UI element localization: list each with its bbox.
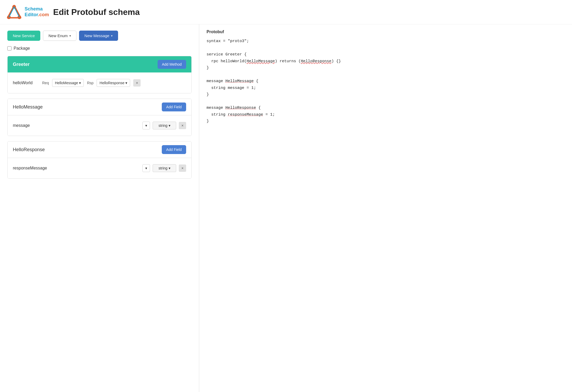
package-label: Package: [14, 46, 30, 51]
toolbar: New Service New Enum ▾ New Message ▾: [7, 31, 192, 41]
req-label: Req: [42, 81, 49, 85]
proto-helloresponse-def: HelloResponse: [225, 106, 256, 110]
service-block: Greeter Add Method helloWorld Req HelloM…: [7, 56, 192, 93]
logo-com: .com: [38, 12, 49, 17]
proto-responsemessage-def: responseMessage: [228, 112, 263, 117]
service-body: helloWorld Req HelloMessage ▾ Rsp HelloR…: [8, 72, 191, 93]
field-type-select-responsemessage[interactable]: string ▾: [153, 164, 176, 172]
service-name: Greeter: [13, 62, 30, 67]
package-row: Package: [7, 46, 192, 51]
right-panel: Protobuf syntax = "proto3"; service Gree…: [199, 24, 572, 392]
message-block-helloresponse: HelloResponse Add Field responseMessage …: [7, 141, 192, 179]
new-service-button[interactable]: New Service: [7, 31, 40, 41]
new-message-dropdown-icon: ▾: [111, 34, 113, 38]
proto-helloresponse-ref1: HelloResponse: [301, 59, 331, 64]
field-row-responsemessage: responseMessage ▾ string ▾ ×: [13, 162, 186, 174]
message-header-hellomessage: HelloMessage Add Field: [8, 99, 191, 115]
message-header-helloresponse: HelloResponse Add Field: [8, 141, 191, 158]
svg-line-5: [14, 7, 19, 17]
field-modifier-select-responsemessage[interactable]: ▾: [142, 164, 150, 172]
add-field-button-hellomessage[interactable]: Add Field: [162, 103, 186, 111]
header: Schema Editor.com Edit Protobuf schema: [0, 0, 572, 24]
logo-icon: [6, 4, 22, 20]
message-block-hellomessage: HelloMessage Add Field message ▾ string …: [7, 99, 192, 136]
field-row-message: message ▾ string ▾ ×: [13, 120, 186, 132]
page-title: Edit Protobuf schema: [53, 7, 140, 17]
close-icon: ×: [181, 123, 184, 128]
main-layout: New Service New Enum ▾ New Message ▾ Pac…: [0, 24, 572, 392]
app-container: Schema Editor.com Edit Protobuf schema N…: [0, 0, 572, 392]
field-modifier-select-message[interactable]: ▾: [142, 122, 150, 129]
method-name: helloWorld: [13, 81, 39, 85]
left-panel: New Service New Enum ▾ New Message ▾ Pac…: [0, 24, 199, 392]
logo-editor: Editor: [25, 12, 38, 17]
logo-schema: Schema: [25, 6, 43, 12]
field-type-value-message: string: [158, 123, 167, 128]
logo-text: Schema Editor.com: [25, 6, 49, 18]
proto-hellomessage-def: HelloMessage: [225, 79, 254, 83]
method-row: helloWorld Req HelloMessage ▾ Rsp HelloR…: [13, 77, 186, 89]
req-type-arrow-icon: ▾: [79, 81, 81, 85]
new-enum-button[interactable]: New Enum ▾: [43, 31, 76, 41]
field-type-arrow-icon2: ▾: [169, 166, 170, 170]
proto-code: syntax = "proto3"; service Greeter { rpc…: [207, 38, 565, 125]
field-type-arrow-icon: ▾: [169, 123, 170, 128]
rsp-type-arrow-icon: ▾: [125, 81, 127, 85]
field-type-select-message[interactable]: string ▾: [153, 122, 176, 129]
field-delete-button-message[interactable]: ×: [179, 122, 186, 129]
method-delete-button[interactable]: ×: [133, 79, 141, 87]
message-name-hellomessage: HelloMessage: [13, 104, 43, 110]
field-type-value-responsemessage: string: [158, 166, 167, 170]
add-field-button-helloresponse[interactable]: Add Field: [162, 145, 186, 154]
req-type-select[interactable]: HelloMessage ▾: [52, 79, 84, 87]
close-icon2: ×: [181, 166, 184, 170]
logo-area: Schema Editor.com: [6, 4, 49, 20]
service-header: Greeter Add Method: [8, 56, 191, 72]
proto-hellomessage-ref1: HelloMessage: [247, 59, 275, 64]
field-modifier-arrow-icon: ▾: [145, 123, 147, 128]
req-type-value: HelloMessage: [55, 81, 78, 85]
rsp-type-value: HelloResponse: [99, 81, 124, 85]
package-checkbox[interactable]: [7, 46, 12, 50]
new-message-button[interactable]: New Message ▾: [79, 31, 118, 41]
protobuf-label: Protobuf: [207, 30, 565, 34]
message-body-helloresponse: responseMessage ▾ string ▾ ×: [8, 158, 191, 178]
message-name-helloresponse: HelloResponse: [13, 147, 45, 152]
field-modifier-arrow-icon2: ▾: [145, 166, 147, 170]
new-enum-dropdown-icon: ▾: [69, 34, 71, 38]
rsp-label: Rsp: [87, 81, 93, 85]
svg-line-4: [9, 7, 14, 17]
field-name-message: message: [13, 123, 140, 128]
message-body-hellomessage: message ▾ string ▾ ×: [8, 115, 191, 136]
add-method-button[interactable]: Add Method: [158, 60, 186, 69]
field-delete-button-responsemessage[interactable]: ×: [179, 164, 186, 172]
rsp-type-select[interactable]: HelloResponse ▾: [97, 79, 130, 87]
field-name-responsemessage: responseMessage: [13, 166, 140, 171]
close-icon: ×: [136, 81, 138, 85]
